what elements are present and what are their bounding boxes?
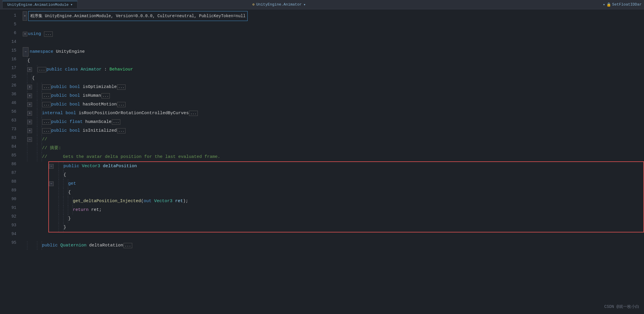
center-tab-label: UnityEngine.Animator	[256, 2, 302, 7]
line-90: get_deltaPosition_Injected ( out Vector3…	[49, 197, 643, 206]
expand-icon-56[interactable]: +	[27, 111, 32, 116]
expand-icon-26[interactable]: +	[27, 85, 32, 89]
line-1: + 程序集 UnityEngine.AnimationModule, Versi…	[23, 11, 644, 21]
expand-icon-46[interactable]: +	[27, 102, 32, 107]
ellipsis-26: ...	[42, 84, 51, 90]
code-area[interactable]: 1 5 6 14 15 16 17 25 26 36 46 56 63 73 8…	[0, 9, 644, 314]
line-92: }	[49, 214, 643, 223]
line-89: {	[49, 188, 643, 197]
line-25: {	[23, 74, 644, 83]
ellipsis-95: ...	[123, 243, 132, 248]
line-15: − namespace UnityEngine	[23, 47, 644, 57]
line-46: + ... public bool hasRootMotion ...	[23, 100, 644, 109]
left-tab-dropdown[interactable]: ▾	[70, 2, 73, 7]
line-88: − get	[49, 179, 643, 188]
code-content: + 程序集 UnityEngine.AnimationModule, Versi…	[20, 9, 644, 314]
expand-icon-1[interactable]: +	[23, 11, 27, 21]
expand-icon-63[interactable]: +	[27, 120, 32, 124]
ellipsis-56: ...	[189, 111, 198, 116]
ellipsis-63b: ...	[112, 119, 121, 125]
line-36: + ... public bool isHuman ...	[23, 91, 644, 100]
ellipsis-46b: ...	[117, 102, 126, 107]
expand-icon-36[interactable]: +	[27, 94, 32, 98]
line-91: return ret;	[49, 206, 643, 214]
collapse-88[interactable]: −	[49, 181, 54, 186]
editor-area: 1 5 6 14 15 16 17 25 26 36 46 56 63 73 8…	[0, 9, 644, 314]
line-63: + ... public float humanScale ...	[23, 118, 644, 126]
expand-icon-6[interactable]: +	[23, 32, 27, 36]
expand-icon-73[interactable]: +	[27, 128, 32, 133]
line-94	[23, 232, 644, 241]
line-5	[23, 21, 644, 30]
ellipsis-63: ...	[42, 119, 51, 125]
center-tab-dropdown[interactable]: ▾	[304, 2, 306, 7]
line-26: + ... public bool isOptimizable ...	[23, 83, 644, 91]
collapse-83[interactable]: −	[27, 137, 32, 142]
line-93: }	[49, 223, 643, 232]
line-73: + ... public bool isInitialized ...	[23, 126, 644, 135]
line-84: // 摘要:	[23, 144, 644, 153]
line-16: {	[23, 57, 644, 65]
highlighted-block: − public Vector3 deltaPosition	[48, 161, 644, 232]
line-95: public Quaternion deltaRotation ...	[23, 241, 644, 250]
ellipsis-using: ...	[44, 31, 53, 37]
center-tab-icon: ⚙	[252, 2, 254, 7]
ellipsis-26b: ...	[117, 84, 126, 90]
line-17: + ... public class Animator : Behaviour	[23, 65, 644, 74]
left-tab-label: UnityEngine.AnimationModule	[7, 3, 69, 7]
line-87: {	[49, 171, 643, 179]
lock-icon: 🔒	[606, 2, 611, 7]
ellipsis-73b: ...	[117, 128, 126, 133]
left-tab[interactable]: UnityEngine.AnimationModule ▾	[2, 1, 77, 8]
ellipsis-46: ...	[42, 102, 51, 107]
ellipsis-36: ...	[42, 93, 51, 98]
collapse-86[interactable]: −	[49, 164, 54, 169]
center-tab[interactable]: ⚙ UnityEngine.Animator ▾	[252, 2, 306, 7]
collapse-ns[interactable]: −	[23, 47, 29, 57]
ellipsis-17: ...	[38, 67, 46, 72]
title-bar: UnityEngine.AnimationModule ▾ ⚙ UnityEng…	[0, 0, 644, 9]
line-86: − public Vector3 deltaPosition	[49, 162, 643, 171]
ellipsis-36b: ...	[101, 93, 110, 98]
right-tab-label: SetFloatIDDar	[612, 2, 642, 7]
line-6: + using ...	[23, 30, 644, 38]
expand-icon-17[interactable]: +	[27, 67, 32, 72]
watermark: CSDN @就一枚小白	[604, 304, 639, 309]
line-85: // Gets the avatar delta position for th…	[23, 153, 644, 161]
right-dropdown-icon[interactable]: ▾	[603, 2, 605, 7]
line-14	[23, 38, 644, 47]
assembly-declaration: 程序集 UnityEngine.AnimationModule, Version…	[28, 11, 248, 21]
line-83: − //	[23, 135, 644, 144]
line-56: + internal bool isRootPositionOrRotation…	[23, 109, 644, 118]
ellipsis-73: ...	[42, 128, 51, 133]
line-numbers: 1 5 6 14 15 16 17 25 26 36 46 56 63 73 8…	[0, 9, 20, 314]
